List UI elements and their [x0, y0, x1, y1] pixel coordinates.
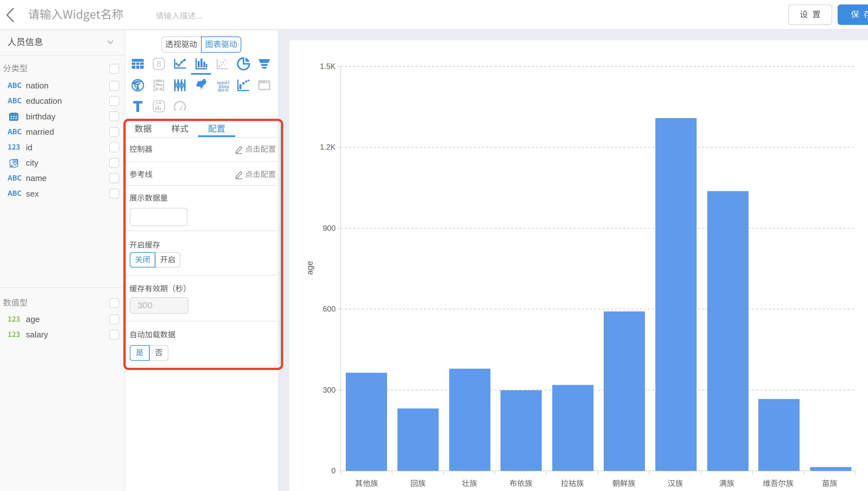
svg-text:tag: tag — [227, 81, 229, 84]
svg-text:900: 900 — [323, 224, 335, 232]
svg-text:300: 300 — [323, 386, 335, 394]
svg-text:age: age — [305, 261, 315, 275]
svg-text:1.5K: 1.5K — [320, 62, 335, 70]
svg-text:8: 8 — [157, 59, 161, 68]
svg-text:agile Bi: agile Bi — [218, 88, 228, 92]
svg-text:1.2K: 1.2K — [320, 143, 335, 151]
svg-text:600: 600 — [323, 305, 335, 313]
svg-text:0: 0 — [331, 466, 335, 475]
